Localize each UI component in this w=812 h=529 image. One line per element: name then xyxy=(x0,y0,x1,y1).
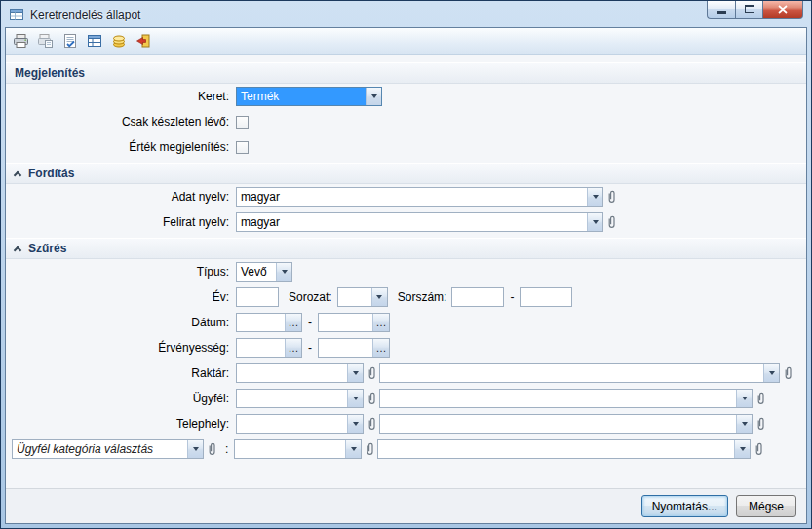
warehouse-name-combobox[interactable] xyxy=(379,363,780,383)
notes-toolbar-button[interactable] xyxy=(58,30,81,53)
keret-row: Keret: Termék xyxy=(6,84,806,109)
maximize-button[interactable] xyxy=(735,1,762,19)
attachment-icon[interactable] xyxy=(367,392,377,406)
range-dash: - xyxy=(510,290,514,304)
collapse-icon xyxy=(14,246,21,253)
chevron-down-icon[interactable] xyxy=(276,263,291,281)
attachment-icon[interactable] xyxy=(365,442,375,457)
keret-value: Termék xyxy=(237,88,366,105)
date-to-field[interactable]: … xyxy=(318,313,390,332)
attachment-icon[interactable] xyxy=(606,215,617,230)
section-header-megjelenites[interactable]: Megjelenítés xyxy=(6,62,806,84)
site-code-combobox[interactable] xyxy=(236,414,364,434)
type-combobox[interactable]: Vevő xyxy=(236,262,292,282)
dialog-client-area: Megjelenítés Keret: Termék Csak készlete… xyxy=(5,27,807,524)
print-button[interactable]: Nyomtatás... xyxy=(641,495,728,517)
window-title: Keretrendelés állapot xyxy=(30,8,140,21)
chevron-down-icon[interactable] xyxy=(347,415,363,433)
category-placeholder: Ügyfél kategória választás xyxy=(13,440,187,458)
chevron-down-icon[interactable] xyxy=(587,188,602,206)
section-title-szures: Szűrés xyxy=(28,242,66,255)
site-name-combobox[interactable] xyxy=(379,414,753,434)
chevron-down-icon[interactable] xyxy=(736,390,752,407)
minimize-button[interactable] xyxy=(707,1,735,19)
customer-label: Ügyfél: xyxy=(10,392,236,405)
keret-combobox[interactable]: Termék xyxy=(236,87,382,106)
section-header-forditas[interactable]: Fordítás xyxy=(6,163,806,184)
value-display-checkbox[interactable] xyxy=(236,141,249,154)
attachment-icon[interactable] xyxy=(367,417,377,432)
cancel-button[interactable]: Mégse xyxy=(736,495,796,517)
chevron-down-icon[interactable] xyxy=(366,88,381,105)
notes-icon xyxy=(62,33,78,49)
attachment-icon[interactable] xyxy=(754,442,764,457)
attachment-icon[interactable] xyxy=(207,442,217,457)
chevron-down-icon[interactable] xyxy=(347,364,363,382)
print-preview-toolbar-button[interactable] xyxy=(34,30,57,53)
customer-code-combobox[interactable] xyxy=(236,389,364,408)
date-row: Dátum: … - … xyxy=(6,310,806,335)
chevron-down-icon[interactable] xyxy=(736,415,752,433)
table-icon xyxy=(87,33,102,49)
site-row: Telephely: xyxy=(6,411,806,436)
chevron-down-icon[interactable] xyxy=(734,440,750,458)
series-combobox[interactable] xyxy=(337,287,388,307)
chevron-down-icon[interactable] xyxy=(345,440,361,458)
coins-icon xyxy=(111,33,127,49)
attachment-icon[interactable] xyxy=(783,366,793,381)
keret-label: Keret: xyxy=(10,90,236,103)
serial-to-input[interactable] xyxy=(520,287,572,307)
date-picker-button[interactable]: … xyxy=(372,314,389,331)
chevron-down-icon[interactable] xyxy=(763,364,779,382)
serial-from-input[interactable] xyxy=(451,287,504,307)
stock-only-checkbox[interactable] xyxy=(236,116,249,129)
value-display-label: Érték megjelenítés: xyxy=(10,140,236,154)
collapse-icon xyxy=(14,170,21,178)
year-label: Év: xyxy=(10,290,236,304)
chevron-down-icon[interactable] xyxy=(187,440,203,458)
date-to-value xyxy=(319,314,372,331)
print-icon xyxy=(13,33,29,49)
section-title-megjelenites: Megjelenítés xyxy=(15,66,85,80)
warehouse-code-combobox[interactable] xyxy=(236,363,364,383)
series-value xyxy=(338,288,371,306)
category-code-combobox[interactable] xyxy=(234,439,362,459)
chevron-down-icon[interactable] xyxy=(347,390,363,407)
year-input[interactable] xyxy=(236,287,279,307)
exit-toolbar-button[interactable] xyxy=(132,30,154,53)
date-picker-button[interactable]: … xyxy=(372,339,389,357)
attachment-icon[interactable] xyxy=(755,392,766,406)
print-toolbar-button[interactable] xyxy=(10,30,32,53)
validity-from-field[interactable]: … xyxy=(236,338,302,358)
chevron-down-icon[interactable] xyxy=(371,288,387,306)
attachment-icon[interactable] xyxy=(755,417,766,432)
series-label: Sorozat: xyxy=(289,290,332,304)
section-header-szures[interactable]: Szűrés xyxy=(6,238,806,259)
validity-to-value xyxy=(319,339,372,357)
date-from-field[interactable]: … xyxy=(236,313,302,332)
minimize-icon xyxy=(717,11,726,14)
customer-name-combobox[interactable] xyxy=(379,389,753,408)
title-bar[interactable]: Keretrendelés állapot xyxy=(5,1,807,27)
type-value: Vevő xyxy=(237,263,276,281)
category-select-combobox[interactable]: Ügyfél kategória választás xyxy=(12,439,204,459)
close-icon xyxy=(778,5,788,14)
category-name-combobox[interactable] xyxy=(377,439,751,459)
form-area: Megjelenítés Keret: Termék Csak készlete… xyxy=(6,55,806,523)
data-lang-combobox[interactable]: magyar xyxy=(236,187,603,207)
close-button[interactable] xyxy=(762,1,803,19)
date-picker-button[interactable]: … xyxy=(285,339,301,357)
attachment-icon[interactable] xyxy=(606,190,617,205)
category-name-value xyxy=(378,440,734,458)
data-lang-value: magyar xyxy=(237,188,587,206)
attachment-icon[interactable] xyxy=(367,366,377,381)
warehouse-code-value xyxy=(237,364,347,382)
table-toolbar-button[interactable] xyxy=(83,30,105,53)
validity-row: Érvényesség: … - … xyxy=(6,335,806,360)
footer-bar: Nyomtatás... Mégse xyxy=(6,488,806,523)
caption-lang-combobox[interactable]: magyar xyxy=(236,212,603,232)
validity-to-field[interactable]: … xyxy=(318,338,390,358)
coins-toolbar-button[interactable] xyxy=(107,30,130,53)
date-picker-button[interactable]: … xyxy=(285,314,301,331)
chevron-down-icon[interactable] xyxy=(587,213,602,231)
